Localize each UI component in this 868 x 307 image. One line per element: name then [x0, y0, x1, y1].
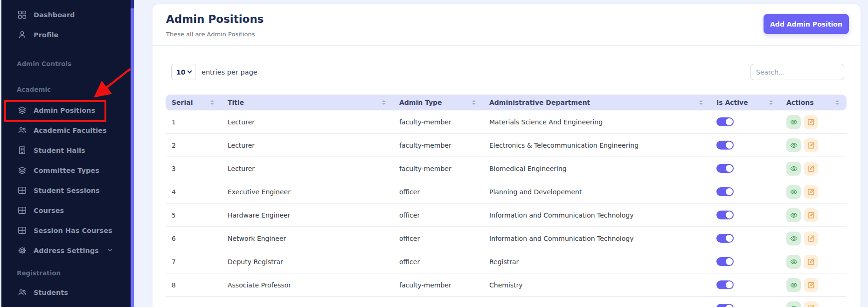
cell-admin-type: faculty-member	[393, 142, 483, 149]
is-active-toggle[interactable]	[716, 234, 734, 243]
sidebar-item-academic-faculties[interactable]: Academic Faculties	[1, 120, 131, 140]
table-icon	[18, 186, 27, 195]
cell-admin-type: officer	[393, 258, 483, 266]
sidebar-item-courses[interactable]: Courses	[1, 200, 131, 220]
column-header-is-active[interactable]: Is Active	[710, 95, 780, 110]
is-active-toggle[interactable]	[716, 280, 734, 289]
admin-positions-table: Serial Title Admin Type Administrative D…	[166, 95, 847, 307]
table-row: 1 Lecturer faculty-member Materials Scie…	[166, 110, 847, 134]
table-row: 4 Executive Engineer officer Planning an…	[166, 180, 847, 204]
sidebar-item-label: Address Settings	[34, 247, 99, 254]
sidebar-item-session-has-courses[interactable]: Session Has Courses	[1, 220, 131, 240]
cell-serial: 1	[166, 118, 222, 126]
search-input[interactable]	[750, 64, 844, 80]
view-button[interactable]	[786, 278, 801, 292]
sidebar-item-committee-types[interactable]: Committee Types	[1, 160, 131, 180]
sidebar: Dashboard Profile Admin Controls Academi…	[1, 0, 131, 307]
is-active-toggle[interactable]	[716, 211, 734, 219]
sidebar-scrollbar[interactable]	[131, 0, 134, 307]
view-button[interactable]	[786, 162, 801, 176]
table-row: 7 Deputy Registrar officer Registrar	[166, 250, 847, 273]
edit-button[interactable]	[804, 301, 818, 307]
cell-department: Biomedical Engineering	[483, 165, 710, 172]
eye-icon	[790, 118, 798, 126]
card-header: Admin Positions These all are Admin Posi…	[153, 4, 861, 46]
cell-admin-type: officer	[393, 211, 483, 219]
edit-button[interactable]	[804, 115, 818, 129]
view-button[interactable]	[786, 255, 801, 269]
column-header-actions[interactable]: Actions	[780, 95, 847, 110]
eye-icon	[790, 211, 798, 219]
sidebar-item-students[interactable]: Students	[1, 282, 131, 302]
chevron-down-icon	[107, 247, 113, 254]
cell-serial: 6	[166, 235, 222, 242]
sidebar-item-student-sessions[interactable]: Student Sessions	[1, 180, 131, 200]
edit-button[interactable]	[804, 208, 818, 222]
entries-per-page-select[interactable]: 10	[171, 64, 195, 80]
edit-button[interactable]	[804, 255, 818, 269]
cell-serial: 7	[166, 258, 222, 266]
eye-icon	[790, 165, 798, 172]
people-icon	[18, 288, 27, 297]
table-row: 6 Network Engineer officer Information a…	[166, 227, 847, 250]
column-header-admin-type[interactable]: Admin Type	[393, 95, 483, 110]
view-button[interactable]	[786, 232, 801, 246]
entries-per-page-wrap: 10	[171, 64, 195, 80]
column-header-title[interactable]: Title	[222, 95, 393, 110]
view-button[interactable]	[786, 115, 801, 129]
cell-admin-type: officer	[393, 188, 483, 196]
table-row: 5 Hardware Engineer officer Information …	[166, 204, 847, 227]
view-button[interactable]	[786, 208, 801, 222]
people-icon	[18, 126, 27, 135]
table-row: 8 Associate Professor faculty-member Che…	[166, 273, 847, 297]
sidebar-item-admin-positions[interactable]: Admin Positions	[1, 100, 131, 120]
view-button[interactable]	[786, 301, 801, 307]
cell-admin-type: faculty-member	[393, 165, 483, 172]
sidebar-item-address-settings[interactable]: Address Settings	[1, 240, 131, 260]
building-icon	[18, 146, 27, 155]
edit-button[interactable]	[804, 138, 818, 152]
cell-title: Deputy Registrar	[222, 258, 393, 266]
eye-icon	[790, 235, 798, 242]
edit-button[interactable]	[804, 278, 818, 292]
cell-admin-type: faculty-member	[393, 118, 483, 126]
cell-serial: 3	[166, 165, 222, 172]
column-header-administrative-department[interactable]: Administrative Department	[483, 95, 710, 110]
sidebar-item-label: Students	[34, 289, 68, 296]
pencil-square-icon	[807, 305, 815, 307]
sort-icon	[472, 100, 476, 105]
cell-admin-type: officer	[393, 235, 483, 242]
sidebar-section-admin-controls: Admin Controls	[1, 59, 131, 68]
view-button[interactable]	[786, 185, 801, 199]
cell-department: Information and Communication Technology	[483, 211, 710, 219]
is-active-toggle[interactable]	[716, 187, 734, 196]
grid-icon	[18, 10, 27, 19]
edit-button[interactable]	[804, 162, 818, 176]
sort-icon	[835, 100, 839, 105]
table-header-row: Serial Title Admin Type Administrative D…	[166, 95, 847, 110]
is-active-toggle[interactable]	[716, 257, 734, 266]
column-header-serial[interactable]: Serial	[166, 95, 222, 110]
sidebar-item-profile[interactable]: Profile	[1, 25, 131, 45]
is-active-toggle[interactable]	[716, 304, 734, 307]
is-active-toggle[interactable]	[716, 141, 734, 150]
edit-button[interactable]	[804, 185, 818, 199]
sidebar-item-dashboard[interactable]: Dashboard	[1, 5, 131, 25]
is-active-toggle[interactable]	[716, 117, 734, 126]
pencil-square-icon	[807, 118, 815, 126]
table-row: 2 Lecturer faculty-member Electronics & …	[166, 134, 847, 157]
add-admin-position-button[interactable]: Add Admin Position	[764, 14, 849, 34]
view-button[interactable]	[786, 138, 801, 152]
cell-serial: 8	[166, 281, 222, 289]
eye-icon	[790, 142, 798, 149]
gear-icon	[18, 246, 27, 255]
is-active-toggle[interactable]	[716, 164, 734, 173]
entries-per-page-label: entries per page	[201, 64, 257, 80]
sidebar-item-student-halls[interactable]: Student Halls	[1, 140, 131, 160]
edit-button[interactable]	[804, 232, 818, 246]
eye-icon	[790, 188, 798, 196]
cell-serial: 2	[166, 142, 222, 149]
cell-title: Lecturer	[222, 142, 393, 149]
sidebar-item-label: Admin Positions	[34, 107, 95, 114]
table-row: 3 Lecturer faculty-member Biomedical Eng…	[166, 157, 847, 180]
